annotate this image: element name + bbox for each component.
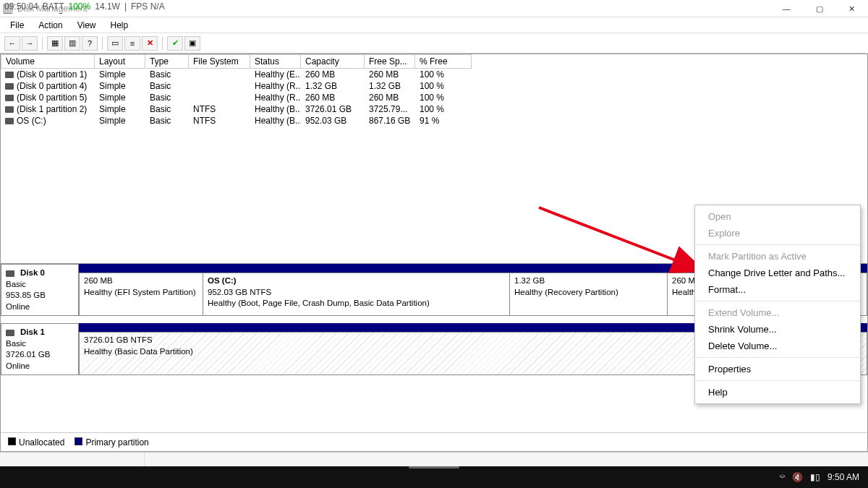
context-item-mark-partition-as-active: Mark Partition as Active [695,248,860,265]
context-item-change-drive-letter-and-paths[interactable]: Change Drive Letter and Paths... [695,265,860,281]
col-pfree[interactable]: % Free [415,54,472,69]
menu-file[interactable]: File [3,18,31,33]
partition-block[interactable]: 1.32 GBHealthy (Recovery Partition) [510,273,668,316]
tool-grid2[interactable]: ▥ [64,36,80,51]
context-item-extend-volume: Extend Volume... [695,304,860,321]
legend: Unallocated Primary partition [1,432,867,451]
context-item-format[interactable]: Format... [695,281,860,298]
menu-help[interactable]: Help [103,18,136,33]
volume-row[interactable]: (Disk 0 partition 4)SimpleBasicHealthy (… [1,80,867,92]
forward-button[interactable]: → [22,36,38,51]
disk-icon [5,106,14,113]
context-item-shrink-volume[interactable]: Shrink Volume... [695,321,860,338]
menu-action[interactable]: Action [31,18,69,33]
tool-window[interactable]: ▭ [107,36,123,51]
col-status[interactable]: Status [250,54,301,69]
overlay-batt-label: BATT [43,1,64,12]
overlay-time: 09:50:04 [4,1,38,12]
disk-icon [5,72,14,78]
tool-grid1[interactable]: ▦ [47,36,63,51]
volume-row[interactable]: (Disk 1 partition 2)SimpleBasicNTFSHealt… [1,103,867,115]
legend-primary: Primary partition [85,437,148,448]
col-volume[interactable]: Volume [1,54,95,69]
volume-row[interactable]: (Disk 0 partition 5)SimpleBasicHealthy (… [1,92,867,103]
overlay-stats: 09:50:04 BATT 100% 14.1W | FPS N/A [0,0,169,13]
context-item-delete-volume[interactable]: Delete Volume... [695,338,860,354]
context-item-explore: Explore [695,225,860,241]
volume-row[interactable]: (Disk 0 partition 1)SimpleBasicHealthy (… [1,69,867,80]
col-type[interactable]: Type [145,54,189,69]
legend-unallocated: Unallocated [19,437,64,448]
disk-icon [5,118,14,124]
overlay-watts: 14.1W [95,1,120,12]
disk-label[interactable]: Disk 0Basic953.85 GBOnline [1,264,79,316]
overlay-fps: FPS N/A [131,1,165,12]
disk-icon [5,83,14,90]
statusbar [0,452,868,466]
taskbar-handle [409,466,459,468]
col-free[interactable]: Free Sp... [365,54,415,69]
check-icon[interactable]: ✔ [167,36,183,51]
close-button[interactable]: ✕ [835,0,868,17]
context-menu: OpenExploreMark Partition as ActiveChang… [694,205,861,404]
col-fs[interactable]: File System [189,54,250,69]
disk-label[interactable]: Disk 1Basic3726.01 GBOnline [1,323,79,375]
context-item-open: Open [695,208,860,225]
menubar: File Action View Help [0,17,868,33]
taskbar[interactable]: ⌔ 🔇 ▮▯ 9:50 AM [0,466,868,488]
system-tray[interactable]: ⌔ 🔇 ▮▯ 9:50 AM [771,472,868,482]
volume-row[interactable]: OS (C:)SimpleBasicNTFSHealthy (B...952.0… [1,115,867,127]
toolbar: ← → ▦ ▥ ? ▭ ≡ ✕ ✔ ▣ [0,33,868,53]
partition-block[interactable]: OS (C:)952.03 GB NTFSHealthy (Boot, Page… [203,273,510,316]
context-item-properties[interactable]: Properties [695,361,860,377]
back-button[interactable]: ← [4,36,20,51]
minimize-button[interactable]: — [770,0,803,17]
overlay-batt-pct: 100% [69,1,91,12]
wifi-icon[interactable]: ⌔ [780,472,785,482]
volume-header: Volume Layout Type File System Status Ca… [1,54,867,69]
volume-icon[interactable]: 🔇 [792,472,803,482]
maximize-button[interactable]: ▢ [803,0,835,17]
disk-icon [5,95,14,101]
delete-icon[interactable]: ✕ [142,36,158,51]
tool-list[interactable]: ≡ [124,36,140,51]
swatch-unallocated [8,437,16,445]
battery-icon[interactable]: ▮▯ [810,472,820,482]
partition-block[interactable]: 260 MBHealthy (EFI System Partition) [79,273,203,316]
col-capacity[interactable]: Capacity [301,54,365,69]
menu-view[interactable]: View [70,18,103,33]
help-icon[interactable]: ? [82,36,98,51]
window-controls: — ▢ ✕ [770,0,868,17]
swatch-primary [75,437,82,445]
clock[interactable]: 9:50 AM [827,472,859,482]
tool-box[interactable]: ▣ [184,36,200,51]
col-layout[interactable]: Layout [95,54,145,69]
context-item-help[interactable]: Help [695,384,860,401]
